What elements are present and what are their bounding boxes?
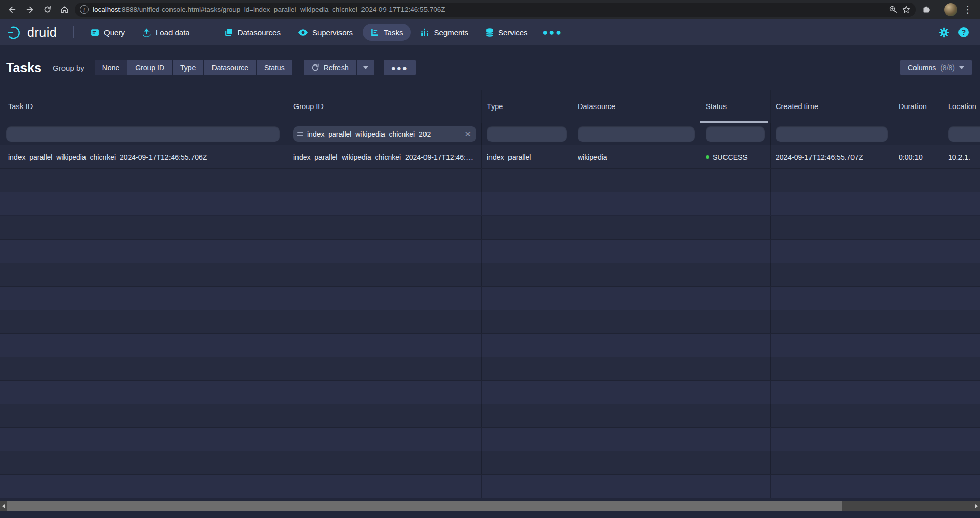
table-row-empty [0, 475, 980, 499]
nav-item-services[interactable]: Services [478, 24, 536, 41]
chevron-down-icon [959, 66, 964, 69]
group-by-button-group: None Group ID Type Datasource Status [95, 60, 292, 75]
table-row-empty [0, 451, 980, 475]
status-filter-input[interactable] [706, 126, 765, 142]
zoom-icon[interactable] [889, 5, 898, 14]
type-filter-input[interactable] [487, 126, 567, 142]
location-filter-input[interactable] [948, 126, 980, 142]
page-title: Tasks [6, 60, 41, 75]
nav-divider [73, 26, 74, 38]
brand-name: druid [27, 25, 57, 40]
cell-duration: 0:00:10 [893, 145, 943, 168]
toolbar-divider [939, 5, 939, 14]
horizontal-scrollbar[interactable] [0, 501, 980, 511]
profile-avatar[interactable] [944, 3, 957, 16]
datasource-filter-input[interactable] [578, 126, 695, 142]
table-row-empty [0, 381, 980, 404]
nav-item-label: Tasks [384, 28, 403, 37]
cell-task-id: index_parallel_wikipedia_chicnkei_2024-0… [0, 145, 288, 168]
scrollbar-thumb[interactable] [7, 501, 842, 511]
created-time-filter-input[interactable] [776, 126, 888, 142]
datasources-icon [224, 28, 233, 37]
cell-type: index_parallel [482, 145, 572, 168]
column-header-duration[interactable]: Duration [893, 90, 943, 123]
cell-status: SUCCESS [700, 145, 771, 168]
nav-item-label: Segments [434, 28, 468, 37]
clear-filter-icon[interactable]: ✕ [463, 130, 472, 139]
table-row-empty [0, 310, 980, 334]
forward-icon[interactable] [23, 3, 37, 17]
table-filter-row: index_parallel_wikipedia_chicnkei_202 ✕ [0, 123, 980, 145]
scroll-right-icon[interactable] [973, 501, 980, 511]
table-body: index_parallel_wikipedia_chicnkei_2024-0… [0, 145, 980, 499]
nav-item-label: Supervisors [312, 28, 353, 37]
bookmark-star-icon[interactable] [902, 5, 911, 14]
tasks-table: Task ID Group ID Type Datasource Status … [0, 90, 980, 499]
cell-created-time: 2024-09-17T12:46:55.707Z [771, 145, 893, 168]
upload-icon [142, 28, 151, 37]
eye-icon [298, 29, 308, 36]
extensions-icon[interactable] [919, 3, 933, 17]
bar-chart-icon [420, 28, 429, 37]
group-id-filter-input[interactable]: index_parallel_wikipedia_chicnkei_202 ✕ [293, 126, 476, 142]
table-row-empty [0, 428, 980, 451]
cell-location: 10.2.1. [943, 145, 980, 168]
table-row-empty [0, 169, 980, 192]
table-row-task[interactable]: index_parallel_wikipedia_chicnkei_2024-0… [0, 145, 980, 169]
refresh-button[interactable]: Refresh [304, 60, 356, 75]
group-id-filter-value: index_parallel_wikipedia_chicnkei_202 [307, 130, 459, 138]
reload-icon[interactable] [40, 3, 54, 17]
column-header-created-time[interactable]: Created time [771, 90, 893, 123]
scrollbar-track[interactable] [7, 501, 973, 511]
group-by-label: Group by [53, 63, 84, 72]
help-icon[interactable]: ? [958, 27, 969, 37]
group-by-group-id-button[interactable]: Group ID [127, 60, 172, 75]
browser-menu-icon[interactable]: ⋮ [961, 3, 975, 17]
columns-dropdown-button[interactable]: Columns (8/8) [900, 60, 972, 75]
nav-item-supervisors[interactable]: Supervisors [290, 24, 360, 41]
nav-item-label: Load data [156, 28, 190, 37]
group-by-status-button[interactable]: Status [256, 60, 292, 75]
table-row-empty [0, 287, 980, 310]
column-header-task-id[interactable]: Task ID [0, 90, 288, 123]
nav-item-label: Query [104, 28, 125, 37]
table-row-empty [0, 192, 980, 216]
druid-logo[interactable]: druid [7, 25, 57, 40]
column-header-datasource[interactable]: Datasource [572, 90, 700, 123]
columns-label: Columns [908, 63, 936, 72]
task-id-filter-input[interactable] [6, 126, 280, 142]
console-icon [91, 28, 99, 37]
column-header-location[interactable]: Location [943, 90, 980, 123]
nav-item-segments[interactable]: Segments [413, 24, 476, 41]
refresh-label: Refresh [324, 63, 349, 72]
address-bar[interactable]: i localhost:8888/unified-console.html#ta… [75, 3, 916, 17]
nav-item-query[interactable]: Query [83, 24, 133, 41]
site-info-icon[interactable]: i [80, 5, 89, 14]
group-by-type-button[interactable]: Type [172, 60, 203, 75]
tasks-toolbar: Tasks Group by None Group ID Type Dataso… [0, 45, 980, 90]
column-header-group-id[interactable]: Group ID [288, 90, 482, 123]
table-row-empty [0, 216, 980, 240]
group-by-datasource-button[interactable]: Datasource [203, 60, 256, 75]
group-by-none-button[interactable]: None [95, 60, 127, 75]
columns-count: (8/8) [940, 63, 955, 72]
settings-gear-icon[interactable] [939, 27, 949, 38]
chevron-down-icon [363, 66, 368, 69]
column-header-status[interactable]: Status [700, 90, 771, 123]
back-icon[interactable] [5, 3, 19, 17]
refresh-icon [311, 63, 319, 72]
nav-item-tasks[interactable]: Tasks [363, 24, 411, 41]
nav-more-icon[interactable]: ●●● [538, 27, 568, 38]
app-navbar: druid Query Load data Datasources Superv… [0, 19, 980, 45]
refresh-interval-dropdown-button[interactable] [356, 60, 374, 75]
scroll-left-icon[interactable] [0, 501, 7, 511]
table-row-empty [0, 240, 980, 263]
nav-item-datasources[interactable]: Datasources [217, 24, 288, 41]
cell-datasource: wikipedia [572, 145, 700, 168]
home-icon[interactable] [57, 3, 72, 17]
filter-equals-icon [297, 132, 303, 136]
nav-item-load-data[interactable]: Load data [135, 24, 198, 41]
column-header-type[interactable]: Type [482, 90, 572, 123]
table-footer [0, 499, 980, 518]
more-actions-button[interactable]: ●●● [384, 60, 416, 75]
